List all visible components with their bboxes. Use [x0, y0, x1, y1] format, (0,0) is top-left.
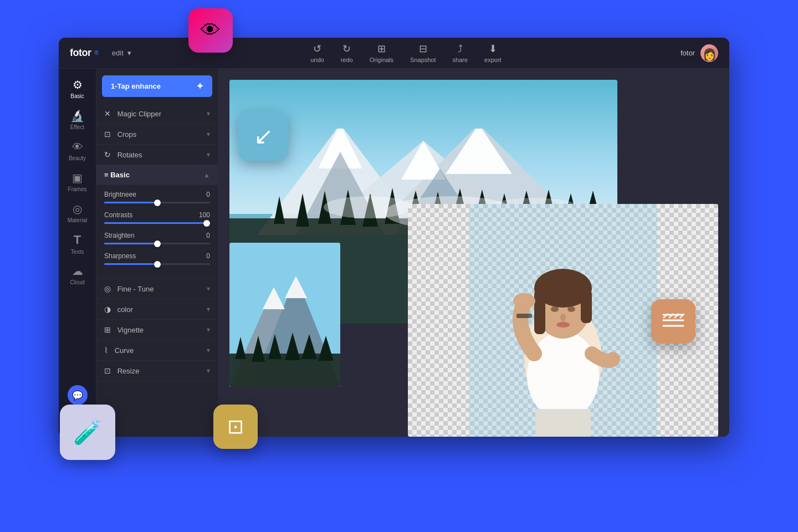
brightness-slider-group: Brightneee 0 [104, 191, 210, 203]
mountain-small-overlay [229, 243, 340, 387]
crops-label: Crops [117, 130, 137, 139]
fine-tune-header[interactable]: ◎ Fine - Tune ▾ [96, 279, 218, 299]
beauty-label: Beauty [69, 155, 86, 161]
originals-label: Originals [370, 57, 393, 63]
logo-text: fotor [70, 47, 91, 59]
magic-clipper-header[interactable]: ✕ Magic Clipper ▾ [96, 104, 218, 124]
share-icon: ⤴ [458, 43, 463, 55]
resize-header[interactable]: ⊡ Resize ▾ [96, 361, 218, 381]
edit-label: edit [112, 49, 124, 57]
sharpness-slider[interactable] [104, 263, 210, 265]
crops-icon: ⊡ [104, 130, 111, 139]
sidebar-item-cloud[interactable]: ☁ Cloud [62, 260, 93, 289]
rotates-label: Rotates [117, 151, 142, 159]
brightness-slider[interactable] [104, 202, 210, 203]
chat-button[interactable]: 💬 [68, 385, 88, 405]
basic-section: ≡ Basic ▲ Brightneee 0 [96, 165, 218, 279]
rotates-icon: ↻ [104, 150, 111, 159]
straighten-slider[interactable] [104, 243, 210, 244]
sidebar-item-texts[interactable]: T Texts [62, 229, 93, 258]
sidebar-item-effect[interactable]: 🔬 Effect [62, 105, 93, 134]
editor-body: ⚙ Basic 🔬 Effect 👁 Beauty ▣ Frames ◎ Mat… [59, 69, 729, 437]
curve-icon: ⌇ [104, 346, 108, 355]
resize-icon: ⊡ [104, 366, 111, 375]
texts-icon: T [74, 233, 81, 247]
sidebar-item-beauty[interactable]: 👁 Beauty [62, 136, 93, 165]
contrasts-thumb[interactable] [203, 220, 210, 227]
svg-rect-48 [516, 314, 532, 318]
chevron-icon: ▾ [207, 130, 210, 138]
snapshot-button[interactable]: ⊟ Snapshot [410, 43, 436, 63]
mountain-small-svg [229, 243, 340, 387]
sidebar-item-basic[interactable]: ⚙ Basic [62, 74, 93, 103]
fine-tune-label: Fine - Tune [117, 285, 154, 293]
share-button[interactable]: ⤴ share [453, 43, 468, 63]
rotates-header[interactable]: ↻ Rotates ▾ [96, 145, 218, 165]
sidebar-item-frames[interactable]: ▣ Frames [62, 167, 93, 196]
svg-point-36 [527, 331, 599, 420]
beauty-icon: 👁 [72, 141, 83, 154]
material-icon: ◎ [73, 202, 82, 216]
redo-label: redo [341, 57, 353, 63]
canvas-area[interactable] [218, 69, 729, 437]
curve-section: ⌇ Curve ▾ [96, 340, 218, 361]
undo-label: undo [310, 57, 324, 63]
rotates-section: ↻ Rotates ▾ [96, 145, 218, 165]
contrasts-label: Contrasts [104, 211, 132, 219]
frames-icon: ▣ [72, 171, 83, 185]
beaker-icon: 🧪 [73, 419, 102, 446]
sidebar-item-material[interactable]: ◎ Material [62, 198, 93, 227]
logo: fotor ® [70, 47, 99, 59]
svg-point-43 [551, 306, 559, 312]
edit-dropdown[interactable]: edit ▾ [112, 49, 131, 57]
basic-header[interactable]: ≡ Basic ▲ [96, 165, 218, 185]
chevron-icon: ▾ [207, 151, 210, 158]
arrow-float-icon: ↙ [238, 111, 288, 161]
enhance-label: 1-Tap enhance [111, 82, 161, 90]
export-button[interactable]: ⬇ export [484, 43, 502, 63]
sharpness-thumb[interactable] [154, 261, 161, 268]
resize-label: Resize [117, 367, 140, 375]
eye-float-icon: 👁 [188, 8, 233, 53]
share-label: share [453, 57, 468, 63]
undo-button[interactable]: ↺ undo [310, 43, 324, 63]
editor-container: fotor ® edit ▾ ↺ undo ↻ redo ⊞ Originals… [59, 38, 729, 437]
texts-label: Texts [71, 249, 84, 255]
vignette-section: ⊞ Vignette ▾ [96, 320, 218, 340]
chevron-icon: ▾ [207, 305, 210, 313]
effect-label: Effect [70, 124, 84, 130]
svg-point-47 [513, 293, 535, 309]
chevron-icon: ▾ [207, 326, 210, 334]
stripes-icon [661, 309, 686, 334]
resize-section: ⊡ Resize ▾ [96, 361, 218, 381]
eye-icon: 👁 [201, 19, 221, 42]
svg-point-32 [324, 196, 412, 218]
vignette-label: Vignette [117, 326, 144, 334]
effect-icon: 🔬 [70, 109, 84, 122]
crops-header[interactable]: ⊡ Crops ▾ [96, 124, 218, 144]
topbar: fotor ® edit ▾ ↺ undo ↻ redo ⊞ Originals… [59, 38, 729, 69]
magic-clipper-label: Magic Clipper [117, 110, 161, 118]
enhance-button[interactable]: 1-Tap enhance ✦ [102, 75, 212, 97]
vignette-header[interactable]: ⊞ Vignette ▾ [96, 320, 218, 340]
sliders-icon: ⚙ [73, 78, 83, 91]
contrasts-slider[interactable] [104, 222, 210, 224]
redo-icon: ↻ [342, 43, 351, 55]
brightness-label: Brightneee [104, 191, 136, 198]
curve-header[interactable]: ⌇ Curve ▾ [96, 340, 218, 360]
originals-button[interactable]: ⊞ Originals [370, 43, 393, 63]
svg-point-45 [560, 314, 566, 321]
brightness-thumb[interactable] [154, 200, 161, 206]
crop-icon: ⊡ [227, 415, 244, 438]
basic-section-icon: ≡ [104, 171, 109, 179]
contrasts-fill [104, 222, 210, 224]
color-header[interactable]: ◑ color ▾ [96, 299, 218, 319]
straighten-value: 0 [206, 232, 210, 239]
svg-rect-37 [535, 409, 591, 437]
sharpness-value: 0 [206, 252, 210, 260]
redo-button[interactable]: ↻ redo [341, 43, 353, 63]
chevron-down-icon: ▾ [127, 49, 131, 57]
avatar[interactable]: 👩 [700, 44, 718, 62]
straighten-thumb[interactable] [154, 241, 161, 247]
contrasts-value: 100 [199, 211, 210, 219]
